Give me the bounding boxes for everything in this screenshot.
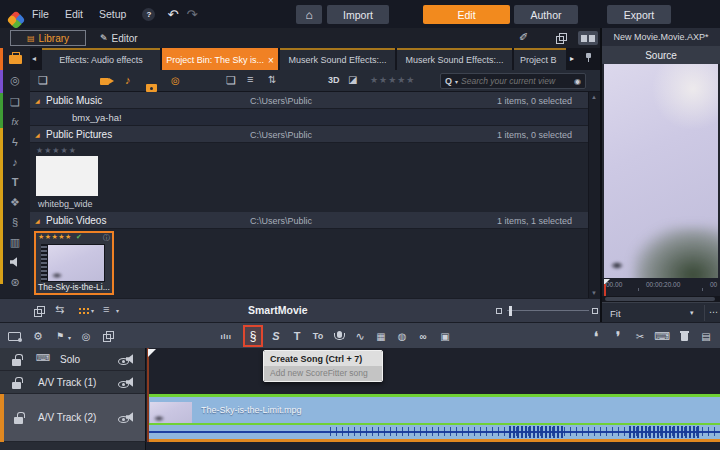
group-header-public-pictures[interactable]: ◢ Public Pictures C:\Users\Public 1 item… [30, 126, 588, 143]
group-by-folder-icon[interactable]: ❏ [226, 74, 236, 87]
tab-muserk-1[interactable]: Muserk Sound Effects:... [280, 48, 395, 70]
menu-file[interactable]: File [32, 8, 49, 20]
photo-tool-icon[interactable]: ▣ [437, 323, 453, 349]
keyboard-icon[interactable]: ⌨ [654, 323, 670, 349]
tab-scroll-right-icon[interactable]: ▸ [570, 54, 574, 63]
gear-icon[interactable]: ⚙ [30, 323, 46, 349]
music-filter-icon[interactable]: ♪ [125, 74, 131, 86]
tab-effects-audio[interactable]: Effects: Audio effects [42, 48, 160, 70]
tag-icon[interactable]: ◪ [348, 74, 357, 85]
lock-icon[interactable] [12, 359, 21, 366]
group-header-public-videos[interactable]: ◢ Public Videos C:\Users\Public 1 items,… [30, 212, 588, 229]
brush-icon[interactable]: ✐ [519, 31, 528, 44]
sidebar-disc-menus-icon[interactable]: ⊛ [0, 274, 30, 290]
sync-icon[interactable]: ⇆ [55, 303, 64, 316]
detail-view-icon[interactable]: ≡ [103, 303, 109, 315]
track-header-solo[interactable]: ⌨ Solo [0, 348, 146, 371]
menu-edit[interactable]: Edit [65, 8, 83, 20]
view-list-icon[interactable]: ≡ [247, 73, 253, 85]
search-icon[interactable]: Q [445, 76, 452, 86]
fit-dropdown-icon[interactable]: ▾ [690, 309, 694, 317]
thumbnail-sky-video-selected[interactable]: ★★★★★ ✔ ⓘ The-Sky-is-the-Li... [34, 231, 114, 295]
thumb-rating-stars[interactable]: ★★★★★ [38, 233, 72, 241]
tab-scroll-left-icon[interactable]: ◂ [32, 54, 36, 63]
import-button[interactable]: Import [327, 5, 389, 24]
sidebar-music-icon[interactable]: ♪ [0, 154, 30, 170]
lock-icon[interactable] [12, 382, 21, 389]
info-icon[interactable]: ⓘ [103, 233, 110, 243]
tab-close-icon[interactable]: × [268, 55, 274, 66]
sidebar-transitions-icon[interactable]: ϟ [0, 134, 30, 150]
sidebar-media-icon[interactable]: ◎ [0, 72, 30, 88]
zoom-slider-handle[interactable] [509, 306, 512, 316]
collapse-icon[interactable]: ◢ [35, 97, 40, 104]
photos-filter-icon[interactable] [146, 84, 157, 92]
search-clear-icon[interactable]: ◉ [574, 77, 581, 86]
source-panel-header[interactable]: Source [602, 46, 720, 64]
marker-dropdown-icon[interactable]: ▾ [68, 334, 71, 341]
projects-filter-icon[interactable]: ◎ [171, 75, 180, 86]
thumbnail-whitebg[interactable] [36, 156, 98, 196]
library-scrollbar[interactable]: ▲ ▼ [588, 92, 600, 298]
audio-mixer-icon[interactable]: ◎ [78, 323, 94, 349]
3d-filter-label[interactable]: 3D [328, 75, 340, 85]
collapse-icon[interactable]: ◢ [35, 217, 40, 224]
audio-ducking-icon[interactable]: ılıı [218, 323, 234, 349]
more-icon[interactable]: ⋯ [709, 307, 718, 317]
scroll-down-icon[interactable]: ▼ [591, 290, 597, 296]
undo-icon[interactable]: ↶ [167, 7, 178, 22]
marker-icon[interactable]: ⚑ [52, 323, 68, 349]
view-dropdown-icon[interactable]: ▾ [91, 307, 94, 314]
help-icon[interactable]: ? [142, 8, 155, 21]
source-playhead[interactable] [604, 284, 606, 296]
thumbnail-view-icon[interactable] [78, 307, 89, 315]
collapse-icon[interactable]: ◢ [35, 131, 40, 138]
source-ruler[interactable]: 00.00 00:00:20.00 00 [602, 278, 720, 296]
keyboard-small-icon[interactable]: ⌨ [36, 352, 50, 363]
split-clip-icon[interactable]: ✂ [632, 323, 648, 349]
title-tool-icon[interactable]: T [289, 323, 305, 349]
create-song-button-highlighted[interactable]: § [243, 325, 263, 347]
trim-in-icon[interactable]: ❛ [588, 323, 604, 349]
snapshot-icon[interactable]: ▤ [698, 323, 714, 349]
detail-dropdown-icon[interactable]: ▾ [116, 307, 119, 314]
timeline-playhead[interactable] [147, 348, 149, 442]
thumb-rating-stars[interactable]: ★★★★★ [36, 146, 77, 155]
sidebar-instruments-icon[interactable]: ▥ [0, 234, 30, 250]
sidebar-folder-icon[interactable]: ❏ [0, 94, 30, 110]
tab-muserk-2[interactable]: Muserk Sound Effects:... [397, 48, 512, 70]
menu-setup[interactable]: Setup [99, 8, 126, 20]
tab-editor[interactable]: ✎ Editor [100, 30, 138, 46]
sidebar-effects-icon[interactable]: fx [0, 114, 30, 130]
videos-filter-icon[interactable] [100, 78, 109, 85]
sidebar-titles-icon[interactable]: T [0, 174, 30, 190]
export-clipboard-icon[interactable] [100, 323, 116, 349]
layers-icon[interactable]: ◍ [394, 323, 410, 349]
trash-icon[interactable] [676, 323, 692, 349]
new-collection-icon[interactable]: ❏ [38, 74, 48, 87]
voiceover-mic-icon[interactable] [331, 323, 347, 349]
track-header-av1[interactable]: A/V Track (1) [0, 371, 146, 394]
trim-out-icon[interactable]: ❜ [610, 323, 626, 349]
timeline-clip-sky[interactable]: The-Sky-is-the-Limit.mpg [149, 394, 720, 442]
zoom-slider-track[interactable] [507, 310, 589, 311]
zoom-out-icon[interactable] [496, 308, 502, 314]
wave-tool-icon[interactable]: ∿ [352, 323, 368, 349]
zoom-in-icon[interactable] [592, 308, 598, 314]
subtitle-tool-icon[interactable]: To [310, 323, 326, 349]
fit-dropdown[interactable]: Fit [610, 308, 621, 319]
search-dropdown-icon[interactable]: ▾ [455, 78, 458, 85]
multicam-icon[interactable]: ▦ [373, 323, 389, 349]
rating-filter-stars[interactable]: ★★★★★ [370, 75, 415, 85]
dual-pane-icon[interactable] [578, 31, 598, 45]
sort-icon[interactable]: ⇅ [268, 74, 276, 85]
track-header-av2-selected[interactable]: A/V Track (2) [0, 394, 146, 442]
home-button[interactable]: ⌂ [296, 5, 322, 24]
playhead-flag-icon[interactable] [148, 349, 156, 357]
tab-library[interactable]: ▤ Library [10, 30, 86, 46]
scroll-up-icon[interactable]: ▲ [591, 94, 597, 100]
smartmovie-button[interactable]: SmartMovie [248, 304, 308, 316]
redo-icon[interactable]: ↷ [186, 7, 197, 22]
author-button[interactable]: Author [514, 5, 578, 24]
edit-button[interactable]: Edit [423, 5, 510, 24]
